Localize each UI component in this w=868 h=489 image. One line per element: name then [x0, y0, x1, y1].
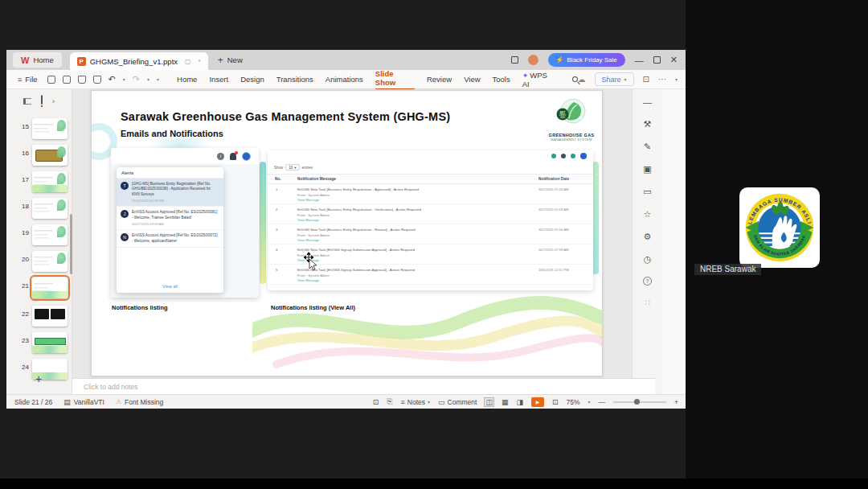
redo-icon[interactable]: ↷ [133, 74, 140, 84]
hamburger-icon: ≡ [18, 76, 22, 84]
share-dropdown-icon: ▾ [624, 76, 627, 82]
favorites-icon[interactable]: ☆ [642, 209, 653, 220]
add-slide-button[interactable]: + [35, 372, 42, 385]
settings-icon[interactable]: ⚙ [642, 232, 653, 242]
more-tools-icon[interactable]: ··· [658, 75, 666, 84]
table-row: 3 EnViSS New Task [Business Entity Regis… [268, 224, 593, 244]
notes-input[interactable]: Click to add notes [72, 378, 655, 394]
font-missing-warning[interactable]: ⚠Font Missing [116, 398, 163, 406]
thumbnail-slide-16[interactable]: 16 [6, 143, 72, 167]
undo-dropdown-icon[interactable]: ▾ [123, 76, 125, 82]
participant-name-label: NREB Sarawak [694, 264, 761, 275]
svg-text:2050: 2050 [560, 116, 566, 119]
theme-chip[interactable]: ▤VanillaVTI [63, 398, 104, 406]
menu-transitions[interactable]: Transitions [276, 75, 313, 84]
help-circle-icon[interactable]: ? [643, 277, 652, 286]
zoom-dropdown-icon[interactable]: ▾ [588, 399, 591, 405]
menu-insert[interactable]: Insert [209, 75, 228, 84]
save-icon[interactable] [47, 76, 55, 84]
file-menu[interactable]: ≡ File [18, 75, 38, 84]
tools-icon[interactable]: ⚒ [642, 119, 653, 129]
zoom-in-button[interactable]: + [674, 398, 678, 406]
theme-icon: ▤ [63, 398, 71, 406]
search-icon[interactable] [572, 76, 578, 82]
info-icon: i [217, 153, 224, 160]
dock-window-icon[interactable] [511, 56, 518, 64]
zoom-level[interactable]: 75% [567, 398, 580, 406]
slide-sorter-view-icon[interactable]: ▦ [502, 398, 509, 406]
comment-button[interactable]: ▭Comment [438, 398, 477, 406]
collapse-ribbon-icon[interactable]: ▾ [675, 76, 678, 82]
lightning-icon: ⚡ [556, 56, 564, 64]
redo-dropdown-icon[interactable]: ▾ [147, 76, 149, 82]
menu-tools[interactable]: Tools [493, 75, 510, 84]
home-tab[interactable]: W Home [13, 52, 62, 68]
table-row: 5 EnViSS New Task [EnViSS Signup Submiss… [268, 265, 593, 285]
thumbnail-slide-23[interactable]: 23 [6, 331, 72, 355]
plus-icon: + [218, 55, 223, 66]
menu-home[interactable]: Home [177, 75, 197, 84]
nreb-sarawak-emblem: LEMBAGA SUMBER ASLI DAN ALAM SEKITAR SAR… [743, 191, 817, 265]
ai-assistant-icon[interactable]: ✎ [642, 142, 653, 152]
ai-sparkle-icon: ✦ [522, 72, 529, 80]
user-avatar[interactable] [528, 55, 538, 65]
thumbnail-slide-18[interactable]: 18 [6, 196, 72, 220]
notes-toggle[interactable]: ≡Notes▾ [401, 398, 431, 406]
thumbnail-slide-22[interactable]: 22 [6, 304, 72, 328]
zoom-slider-knob[interactable] [634, 399, 640, 405]
new-tab-button[interactable]: + New [218, 55, 243, 66]
collapse-panel-icon[interactable]: › [52, 97, 55, 105]
print-preview-icon[interactable] [93, 76, 101, 84]
thumbnail-slide-15[interactable]: 15 [6, 117, 72, 141]
document-tab[interactable]: P GHGMS_Briefing_v1.pptx ▢ * [70, 52, 208, 70]
export-icon[interactable]: ⎘ [387, 397, 392, 406]
menu-slide-show[interactable]: Slide Show [375, 69, 415, 90]
slide-canvas[interactable]: Sarawak Greenhouse Gas Management System… [91, 90, 603, 376]
minimize-button[interactable]: — [635, 55, 644, 65]
new-tab-label: New [227, 55, 243, 64]
collapse-sidebar-icon[interactable]: — [642, 97, 653, 107]
task-pane-icon[interactable]: ⊡ [643, 75, 649, 84]
letterbox-strip [0, 479, 868, 489]
quickbar-more-icon[interactable]: ▾ [157, 76, 159, 82]
entries-select: 10▾ [285, 164, 299, 171]
undo-icon[interactable]: ↶ [108, 74, 116, 84]
thumbnail-slide-21-selected[interactable]: 21 [6, 276, 72, 300]
thumbnail-slide-20[interactable]: 20 [6, 249, 72, 273]
show-entries-control: Show 10▾ entries [274, 164, 313, 171]
slide-view-icon[interactable] [41, 96, 43, 107]
view-all-link: View all [117, 281, 223, 293]
caption-notifications-listing: Notifications listing [112, 304, 168, 311]
restore-button[interactable] [653, 56, 661, 64]
slideshow-play-button[interactable]: ▶ [531, 397, 544, 407]
meeting-screen: W Home P GHGMS_Briefing_v1.pptx ▢ * + Ne… [0, 0, 868, 489]
print-icon[interactable] [78, 76, 86, 84]
menu-view[interactable]: View [464, 75, 480, 84]
thumbnail-slide-17[interactable]: 17 [6, 170, 72, 194]
reading-view-icon[interactable]: ◨ [516, 398, 523, 406]
menu-design[interactable]: Design [240, 75, 264, 84]
menu-animations[interactable]: Animations [326, 75, 363, 84]
apps-grid-icon[interactable]: ∷ [642, 298, 653, 308]
output-icon[interactable] [63, 76, 71, 84]
participant-video-tile[interactable]: LEMBAGA SUMBER ASLI DAN ALAM SEKITAR SAR… [739, 187, 820, 268]
close-button[interactable]: ✕ [670, 55, 678, 65]
document-tab-label: GHGMS_Briefing_v1.pptx [90, 57, 178, 66]
outline-view-icon[interactable] [23, 98, 31, 105]
comment-panel-icon[interactable]: ▭ [642, 187, 653, 197]
window-tab-bar: W Home P GHGMS_Briefing_v1.pptx ▢ * + Ne… [6, 50, 686, 70]
fit-slide-icon[interactable]: ⊡ [552, 398, 559, 406]
thumbnail-slide-19[interactable]: 19 [6, 223, 72, 247]
caption-notifications-view-all: Notifications listing (View All) [271, 304, 355, 311]
menu-review[interactable]: Review [427, 75, 452, 84]
zoom-slider[interactable] [613, 401, 666, 403]
normal-view-icon[interactable]: ◫ [485, 398, 493, 406]
zoom-out-button[interactable]: — [599, 398, 606, 406]
shapes-icon[interactable]: ▣ [642, 164, 653, 175]
menu-wps-ai[interactable]: ✦WPS AI [522, 71, 555, 88]
promo-button[interactable]: ⚡ Black Friday Sale [548, 53, 625, 67]
note-page-icon[interactable]: ⊡ [373, 398, 379, 406]
promo-label: Black Friday Sale [567, 56, 617, 64]
share-button[interactable]: Share ▾ [595, 72, 634, 86]
history-icon[interactable]: ◷ [642, 254, 653, 265]
